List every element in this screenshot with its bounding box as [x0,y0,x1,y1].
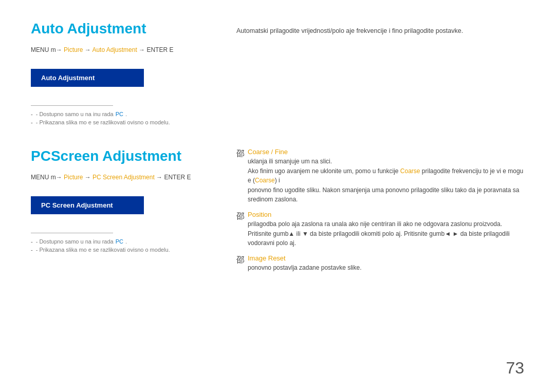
pc-screen-divider [31,233,113,233]
image-reset-title: Image Reset [248,254,524,262]
pc-menu-arrow1: → [83,174,92,181]
pc-screen-adjustment-section: PCScreen Adjustment MENU m→ Picture → PC… [31,148,524,278]
coarse-highlight1: Coarse [400,167,420,175]
page: Auto Adjustment MENU m→ Picture → Auto A… [0,0,555,392]
auto-adjustment-divider [31,105,113,106]
auto-adjustment-right: Automatski prilagodite vrijednosti/polo … [236,21,524,127]
pc-screen-menu-path: MENU m→ Picture → PC Screen Adjustment →… [31,174,216,181]
pc-menu-adjustment: PC Screen Adjustment [92,174,155,181]
pc-menu-picture: Picture [64,174,83,181]
position-desc2: Pritisnite gumb▲ ili ▼ da biste prilagod… [248,229,524,248]
auto-adjustment-title: Auto Adjustment [31,21,216,37]
coarse-fine-desc3: ponovno fino ugodite sliku. Nakon smanje… [248,185,524,204]
pc-screen-note2: - - Prikazana slika mo e se razlikovati … [31,247,216,253]
image-reset-desc1: ponovno postavlja zadane postavke slike. [248,263,524,273]
auto-adjustment-button[interactable]: Auto Adjustment [31,69,144,87]
menu-icon: m→ [51,46,62,53]
auto-adjustment-section: Auto Adjustment MENU m→ Picture → Auto A… [31,21,524,127]
pc-screen-button[interactable]: PC Screen Adjustment [31,196,144,214]
feature-position: 邵 Position prilagodba polo aja zaslona r… [236,211,524,248]
pc-note1-link: PC [116,238,123,245]
page-number: 73 [506,359,524,378]
image-reset-icon: 邵 [236,255,245,266]
pc-note1-prefix: - Dostupno samo u na inu rada [36,238,114,245]
position-icon: 邵 [236,211,245,222]
menu-arrow1: → [83,46,92,53]
coarse-fine-icon: 邵 [236,148,245,159]
menu-prefix: MENU [31,46,51,53]
note2-text: - Prikazana slika mo e se razlikovati ov… [36,119,170,125]
position-content: Position prilagodba polo aja zaslona ra … [248,211,524,248]
coarse-fine-desc2: Ako finim ugo avanjem ne uklonite um, po… [248,166,524,185]
auto-adjustment-menu-path: MENU m→ Picture → Auto Adjustment → ENTE… [31,46,216,53]
auto-adjustment-note2: - - Prikazana slika mo e se razlikovati … [31,119,216,125]
auto-adjustment-note1: - - Dostupno samo u na inu rada PC. [31,111,216,117]
position-title: Position [248,211,524,218]
coarse-fine-content: Coarse / Fine uklanja ili smanjuje um na… [248,148,524,204]
coarse-fine-desc1: uklanja ili smanjuje um na slici. [248,157,524,166]
note1-prefix: - Dostupno samo u na inu rada [36,111,114,117]
pc-screen-note1: - - Dostupno samo u na inu rada PC. [31,238,216,245]
position-desc1: prilagodba polo aja zaslona ra unala ako… [248,219,524,229]
pc-note2-text: - Prikazana slika mo e se razlikovati ov… [36,247,170,253]
pc-screen-title: PCScreen Adjustment [31,148,216,164]
feature-image-reset: 邵 Image Reset ponovno postavlja zadane p… [236,254,524,273]
auto-adjustment-left: Auto Adjustment MENU m→ Picture → Auto A… [31,21,216,127]
note1-link: PC [116,111,123,117]
pc-screen-right: 邵 Coarse / Fine uklanja ili smanjuje um … [236,148,524,278]
auto-adjustment-description: Automatski prilagodite vrijednosti/polo … [236,26,524,36]
menu-picture: Picture [64,46,83,53]
pc-menu-prefix: MENU [31,174,51,181]
pc-menu-arrow2: → ENTER E [155,174,191,181]
image-reset-content: Image Reset ponovno postavlja zadane pos… [248,254,524,273]
pc-note1-suffix: . [125,238,127,245]
coarse-fine-title: Coarse / Fine [248,148,524,156]
coarse-highlight2: Coarse [255,177,275,184]
pc-screen-left: PCScreen Adjustment MENU m→ Picture → PC… [31,148,216,278]
feature-coarse-fine: 邵 Coarse / Fine uklanja ili smanjuje um … [236,148,524,204]
menu-arrow2: → ENTER E [137,46,174,53]
pc-menu-icon: m→ [51,174,62,181]
note1-suffix: . [125,111,127,117]
menu-auto-adjustment: Auto Adjustment [92,46,137,53]
